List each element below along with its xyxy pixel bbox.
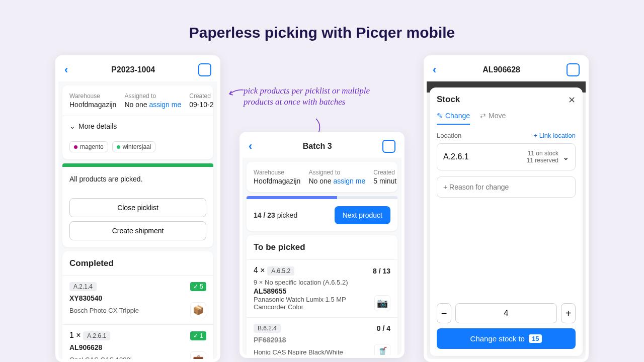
assigned-value: No one [308, 177, 331, 185]
stock-panel: Stock ✕ ✎Change ⇄Move Location+ Link loc… [430, 87, 583, 356]
decrement-button[interactable]: − [437, 303, 451, 323]
assigned-label: Assigned to [308, 169, 365, 176]
progress-bar [247, 196, 397, 199]
close-picklist-button[interactable]: Close picklist [69, 198, 206, 217]
sku: XY830540 [69, 294, 206, 302]
close-icon[interactable]: ✕ [568, 95, 576, 106]
scan-icon[interactable] [567, 63, 580, 76]
move-icon: ⇄ [480, 112, 486, 120]
pencil-icon: ✎ [437, 112, 443, 120]
more-details-toggle[interactable]: ⌄More details [62, 116, 213, 136]
location-pill: A.2.1.4 [69, 282, 97, 291]
location-pill: A.6.5.2 [267, 266, 294, 276]
chevron-down-icon: ⌄ [562, 152, 569, 162]
created-value: 09-10-2 [189, 101, 213, 109]
assigned-label: Assigned to [124, 93, 181, 100]
list-item[interactable]: 4 × A.6.5.28 / 13 9 × No specific locati… [247, 259, 397, 317]
qty-text: 1 × [69, 331, 81, 339]
tab-change[interactable]: ✎Change [437, 112, 470, 125]
tab-move[interactable]: ⇄Move [480, 112, 506, 120]
page-title: Paperless picking with Picqer mobile [0, 0, 644, 41]
location-select[interactable]: A.2.6.1 11 on stock11 reserved⌄ [437, 143, 576, 170]
extra-location: 9 × No specific location (A.6.5.2) [254, 279, 390, 286]
tag-magento[interactable]: magento [69, 141, 108, 152]
product-name: Bosch Photo CX Tripple [69, 307, 139, 314]
progress-complete-bar [62, 163, 213, 167]
list-item[interactable]: B.6.2.40 / 4 PF682918 Honig CAS Nspire B… [247, 317, 397, 358]
completed-heading: Completed [62, 251, 213, 276]
count-text: 0 / 4 [377, 324, 390, 332]
created-label: Created [189, 93, 213, 100]
location-pill: B.6.2.4 [254, 324, 281, 333]
list-item[interactable]: 1 × A.2.6.1✓ 1 AL906628 Opel CAS CAS 108… [62, 324, 213, 362]
product-thumb: 💼 [190, 351, 206, 362]
assign-me-link[interactable]: assign me [149, 101, 181, 109]
created-value: 5 minut [373, 177, 396, 185]
assigned-value: No one [124, 101, 147, 109]
product-thumb: 📷 [374, 295, 390, 311]
next-product-button[interactable]: Next product [335, 206, 390, 224]
assign-me-link[interactable]: assign me [333, 177, 365, 185]
scan-icon[interactable] [382, 140, 395, 153]
change-stock-button[interactable]: Change stock to15 [437, 328, 576, 349]
chevron-down-icon: ⌄ [69, 122, 75, 130]
location-value: A.2.6.1 [443, 152, 469, 161]
warehouse-label: Warehouse [254, 169, 300, 176]
product-thumb: 🥤 [374, 344, 390, 358]
product-name: Honig CAS Nspire Black/White [254, 348, 343, 356]
link-location-button[interactable]: + Link location [534, 132, 576, 139]
header-title: AL906628 [482, 65, 520, 74]
warehouse-label: Warehouse [69, 93, 116, 100]
reason-input[interactable] [437, 176, 576, 198]
back-icon[interactable]: ‹ [249, 140, 252, 153]
count-text: 8 / 13 [373, 267, 390, 275]
phone-stock: ‹ AL906628 Stock ✕ ✎Change ⇄Move Locatio… [424, 55, 589, 362]
sku: AL906628 [69, 343, 206, 351]
sku: AL589655 [254, 287, 390, 295]
status-message: All products are picked. [62, 167, 213, 191]
panel-title: Stock [437, 95, 576, 105]
back-icon[interactable]: ‹ [64, 63, 68, 76]
list-item[interactable]: A.2.1.4✓ 5 XY830540 Bosch Photo CX Tripp… [62, 276, 213, 324]
increment-button[interactable]: + [561, 303, 576, 323]
scan-icon[interactable] [198, 63, 211, 76]
create-shipment-button[interactable]: Create shipment [69, 221, 206, 240]
header-title: Batch 3 [303, 142, 332, 151]
quantity-input[interactable] [455, 303, 557, 323]
to-be-picked-heading: To be picked [247, 235, 397, 259]
phone-batch: ‹ Batch 3 WarehouseHoofdmagazijn Assigne… [239, 132, 405, 358]
quantity-badge: ✓ 5 [190, 282, 206, 291]
tag-wintersjaal[interactable]: wintersjaal [112, 141, 156, 152]
dot-icon [117, 145, 120, 149]
product-name: Opel CAS CAS 1080i [69, 356, 132, 363]
product-thumb: 📦 [190, 302, 206, 318]
location-pill: A.2.6.1 [83, 331, 110, 340]
quantity-badge: ✓ 1 [190, 331, 206, 340]
sku: PF682918 [254, 336, 390, 344]
annotation-batches: pick products per picklist or multiple p… [244, 85, 374, 108]
back-icon[interactable]: ‹ [433, 63, 436, 76]
created-label: Created [373, 169, 396, 176]
product-name: Panasonic Watch Lumix 1.5 MP Camcorder C… [254, 296, 359, 311]
warehouse-value: Hoofdmagazijn [254, 177, 300, 185]
header-title: P2023-1004 [111, 65, 155, 74]
location-label: Location [437, 132, 461, 139]
dot-icon [74, 145, 77, 149]
warehouse-value: Hoofdmagazijn [69, 101, 116, 109]
qty-text: 4 × [254, 266, 265, 275]
phone-picklist: ‹ P2023-1004 WarehouseHoofdmagazijn Assi… [55, 55, 220, 362]
